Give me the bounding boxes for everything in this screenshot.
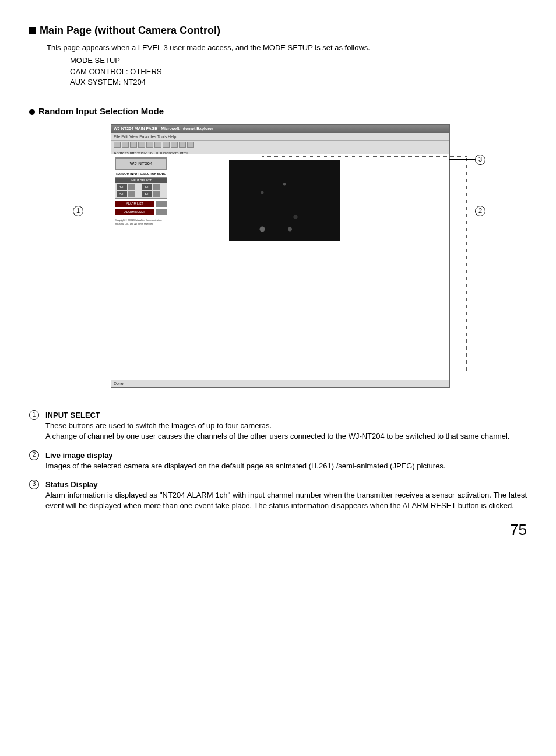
- desc-1-line2: A change of channel by one user causes t…: [45, 432, 509, 440]
- window-titlebar: WJ-NT204 MAIN PAGE - Microsoft Internet …: [111, 125, 449, 133]
- setting-line-3: AUX SYSTEM: NT204: [70, 77, 527, 88]
- callout-3: 3: [449, 155, 485, 165]
- callout-line: [449, 159, 475, 160]
- desc-item-3: 3 Status Display Alarm information is di…: [29, 480, 527, 512]
- toolbar-search-button[interactable]: [154, 142, 161, 148]
- window-toolbar: [111, 141, 449, 149]
- desc-3-line1: Alarm information is displayed as "NT204…: [45, 491, 527, 510]
- alarm-reset-label: ALARM RESET: [115, 209, 154, 215]
- channel-3-button[interactable]: 3ch: [117, 191, 140, 197]
- sub-title-text: Random Input Selection Mode: [38, 106, 164, 116]
- input-select-title: INPUT SELECT: [115, 178, 167, 183]
- description-block: 1 INPUT SELECT These buttons are used to…: [29, 410, 527, 512]
- alarm-list-button[interactable]: [156, 201, 167, 207]
- sub-title: Random Input Selection Mode: [29, 105, 527, 117]
- circle-bullet-icon: [29, 109, 35, 115]
- callout-line: [338, 211, 475, 211]
- go-icon: [153, 184, 160, 190]
- copyright-text: Copyright © 2001 Matsushita Communicatio…: [115, 219, 167, 225]
- callout-2: 2: [338, 206, 485, 216]
- toolbar-home-button[interactable]: [146, 142, 153, 148]
- figure-area: WJ-NT204 MAIN PAGE - Microsoft Internet …: [29, 124, 527, 393]
- toolbar-mail-button[interactable]: [179, 142, 186, 148]
- alarm-reset-row: ALARM RESET: [115, 209, 167, 215]
- desc-item-1: 1 INPUT SELECT These buttons are used to…: [29, 410, 527, 442]
- ch-label: 4ch: [142, 191, 152, 197]
- desc-3-title: Status Display: [45, 480, 98, 489]
- go-icon: [128, 191, 135, 197]
- desc-1-title: INPUT SELECT: [45, 411, 100, 419]
- toolbar-stop-button[interactable]: [130, 142, 137, 148]
- callout-line: [83, 211, 118, 211]
- desc-1-line1: These buttons are used to switch the ima…: [45, 421, 272, 430]
- setting-line-2: CAM CONTROL: OTHERS: [70, 66, 527, 77]
- browser-window: WJ-NT204 MAIN PAGE - Microsoft Internet …: [111, 124, 450, 388]
- toolbar-favorites-button[interactable]: [163, 142, 170, 148]
- toolbar-back-button[interactable]: [114, 142, 121, 148]
- desc-2-num: 2: [29, 450, 39, 460]
- desc-2-title: Live image display: [45, 451, 113, 460]
- setting-line-1: MODE SETUP: [70, 55, 527, 66]
- desc-1-num: 1: [29, 410, 39, 420]
- ch-label: 3ch: [117, 191, 127, 197]
- intro-text: This page appears when a LEVEL 3 user ma…: [47, 43, 527, 53]
- ch-label: 1ch: [117, 184, 127, 190]
- callout-1: 1: [73, 206, 118, 216]
- status-left: Done: [114, 382, 124, 386]
- desc-item-2: 2 Live image display Images of the selec…: [29, 450, 527, 471]
- go-icon: [128, 184, 135, 190]
- channel-2-button[interactable]: 2ch: [142, 184, 166, 190]
- toolbar-print-button[interactable]: [187, 142, 194, 148]
- desc-3-num: 3: [29, 480, 39, 489]
- toolbar-history-button[interactable]: [171, 142, 178, 148]
- main-title-text: Main Page (without Camera Control): [40, 24, 220, 36]
- mode-label: RANDOM INPUT SELECTION MODE: [115, 172, 167, 176]
- channel-grid: 1ch 2ch 3ch 4ch: [115, 183, 167, 198]
- channel-1-button[interactable]: 1ch: [117, 184, 140, 190]
- live-video-display: [229, 160, 340, 242]
- main-title: Main Page (without Camera Control): [29, 23, 527, 38]
- input-select-box: INPUT SELECT 1ch 2ch 3ch 4ch: [115, 177, 167, 199]
- toolbar-refresh-button[interactable]: [138, 142, 145, 148]
- video-image: [229, 160, 340, 242]
- window-menubar[interactable]: File Edit View Favorites Tools Help: [111, 133, 449, 141]
- browser-content: WJ-NT204 RANDOM INPUT SELECTION MODE INP…: [111, 154, 449, 380]
- callout-2-num: 2: [475, 206, 485, 216]
- page-number: 75: [510, 519, 527, 540]
- alarm-reset-button[interactable]: [156, 209, 167, 215]
- go-icon: [153, 191, 160, 197]
- main-view: [171, 154, 449, 380]
- desc-2-line1: Images of the selected camera are displa…: [45, 461, 445, 470]
- channel-4-button[interactable]: 4ch: [142, 191, 166, 197]
- toolbar-forward-button[interactable]: [122, 142, 129, 148]
- square-bullet-icon: [29, 27, 36, 34]
- callout-3-num: 3: [475, 155, 485, 165]
- panel-logo: WJ-NT204: [115, 158, 167, 170]
- callout-1-num: 1: [73, 206, 83, 216]
- control-panel: WJ-NT204 RANDOM INPUT SELECTION MODE INP…: [111, 154, 171, 380]
- status-bar: Done: [111, 380, 449, 387]
- ch-label: 2ch: [142, 184, 152, 190]
- alarm-list-label: ALARM LIST: [115, 201, 154, 207]
- settings-block: MODE SETUP CAM CONTROL: OTHERS AUX SYSTE…: [70, 55, 527, 88]
- alarm-list-row: ALARM LIST: [115, 201, 167, 207]
